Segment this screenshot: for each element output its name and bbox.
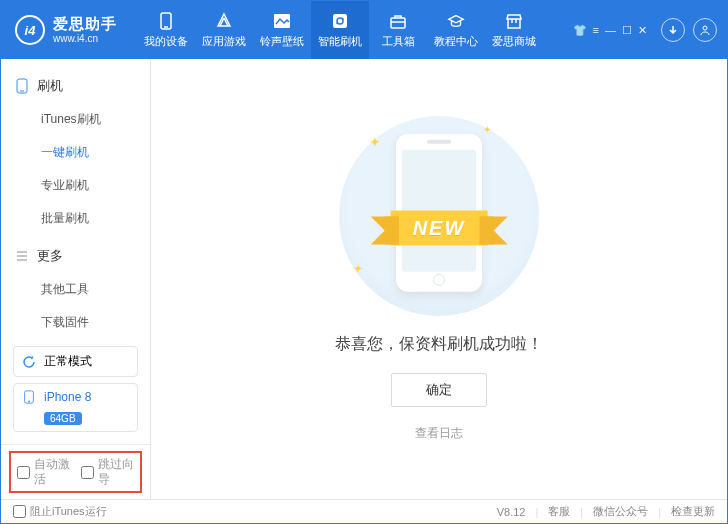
block-itunes-label: 阻止iTunes运行 — [30, 504, 107, 519]
sidebar-group-flash: 刷机 iTunes刷机 一键刷机 专业刷机 批量刷机 — [1, 69, 150, 235]
wechat-link[interactable]: 微信公众号 — [593, 504, 648, 519]
tshirt-icon[interactable]: 👕 — [573, 24, 587, 37]
nav-mall[interactable]: 爱思商城 — [485, 1, 543, 59]
device-status[interactable]: iPhone 8 64GB — [13, 383, 138, 432]
sidebar-item-pro[interactable]: 专业刷机 — [1, 169, 150, 202]
nav-ringtone[interactable]: 铃声壁纸 — [253, 1, 311, 59]
nav-apps[interactable]: 应用游戏 — [195, 1, 253, 59]
apps-icon — [215, 12, 233, 30]
close-button[interactable]: ✕ — [638, 24, 647, 37]
device-name: iPhone 8 — [44, 390, 91, 404]
user-icon — [699, 24, 711, 36]
nav-label: 我的设备 — [144, 34, 188, 49]
new-ribbon: NEW — [391, 211, 488, 246]
graduation-icon — [447, 12, 465, 30]
mode-label: 正常模式 — [44, 353, 92, 370]
phone-icon — [157, 12, 175, 30]
sidebar: 刷机 iTunes刷机 一键刷机 专业刷机 批量刷机 更多 其 — [1, 59, 151, 499]
download-button[interactable] — [661, 18, 685, 42]
sidebar-item-itunes[interactable]: iTunes刷机 — [1, 103, 150, 136]
support-link[interactable]: 客服 — [548, 504, 570, 519]
footer: 阻止iTunes运行 V8.12 | 客服 | 微信公众号 | 检查更新 — [1, 499, 727, 523]
svg-rect-3 — [333, 14, 347, 28]
version-label: V8.12 — [497, 506, 526, 518]
refresh-icon — [22, 355, 36, 369]
top-nav: 我的设备 应用游戏 铃声壁纸 智能刷机 工具箱 教程中心 — [137, 1, 543, 59]
brand-text: 爱思助手 www.i4.cn — [53, 16, 117, 44]
brand-url: www.i4.cn — [53, 33, 117, 44]
svg-point-12 — [28, 401, 30, 403]
auto-activate-label: 自动激活 — [34, 457, 71, 487]
group-title: 更多 — [37, 247, 63, 265]
user-button[interactable] — [693, 18, 717, 42]
nav-label: 应用游戏 — [202, 34, 246, 49]
brand-name: 爱思助手 — [53, 16, 117, 33]
sidebar-group-more: 更多 其他工具 下载固件 高级功能 — [1, 239, 150, 340]
nav-label: 教程中心 — [434, 34, 478, 49]
sidebar-item-oneclick[interactable]: 一键刷机 — [1, 136, 150, 169]
auto-activate-checkbox[interactable]: 自动激活 — [17, 457, 71, 487]
phone-outline-icon — [15, 78, 29, 94]
skip-guide-checkbox[interactable]: 跳过向导 — [81, 457, 135, 487]
mode-status[interactable]: 正常模式 — [13, 346, 138, 377]
nav-tutorial[interactable]: 教程中心 — [427, 1, 485, 59]
group-title: 刷机 — [37, 77, 63, 95]
refresh-icon — [331, 12, 349, 30]
maximize-button[interactable]: ☐ — [622, 24, 632, 37]
brand: i4 爱思助手 www.i4.cn — [15, 15, 117, 45]
download-icon — [667, 24, 679, 36]
window-controls: 👕 ≡ — ☐ ✕ — [573, 18, 717, 42]
ribbon-text: NEW — [391, 211, 488, 246]
star-icon: ✦ — [353, 262, 363, 276]
main-panel: ✦ ✦ ✦ NEW 恭喜您，保资料刷机成功啦！ 确定 查看日志 — [151, 59, 727, 499]
nav-label: 智能刷机 — [318, 34, 362, 49]
nav-tools[interactable]: 工具箱 — [369, 1, 427, 59]
ok-button[interactable]: 确定 — [391, 373, 487, 407]
store-icon — [505, 12, 523, 30]
sidebar-item-batch[interactable]: 批量刷机 — [1, 202, 150, 235]
storage-badge: 64GB — [44, 412, 82, 425]
nav-label: 铃声壁纸 — [260, 34, 304, 49]
skip-guide-label: 跳过向导 — [98, 457, 135, 487]
menu-icon[interactable]: ≡ — [593, 24, 599, 37]
image-icon — [273, 12, 291, 30]
phone-icon — [22, 390, 36, 404]
nav-label: 爱思商城 — [492, 34, 536, 49]
sidebar-status: 正常模式 iPhone 8 64GB — [1, 340, 150, 444]
nav-label: 工具箱 — [382, 34, 415, 49]
app-window: i4 爱思助手 www.i4.cn 我的设备 应用游戏 铃声壁纸 智能刷机 — [0, 0, 728, 524]
svg-point-5 — [703, 26, 707, 30]
titlebar: i4 爱思助手 www.i4.cn 我的设备 应用游戏 铃声壁纸 智能刷机 — [1, 1, 727, 59]
list-icon — [15, 249, 29, 263]
success-illustration: ✦ ✦ ✦ NEW — [339, 116, 539, 316]
sidebar-item-other[interactable]: 其他工具 — [1, 273, 150, 306]
svg-rect-4 — [391, 18, 405, 28]
view-log-link[interactable]: 查看日志 — [415, 425, 463, 442]
nav-flash[interactable]: 智能刷机 — [311, 1, 369, 59]
content-body: 刷机 iTunes刷机 一键刷机 专业刷机 批量刷机 更多 其 — [1, 59, 727, 499]
sidebar-option-checks: 自动激活 跳过向导 — [1, 444, 150, 499]
star-icon: ✦ — [369, 134, 381, 150]
sidebar-item-firmware[interactable]: 下载固件 — [1, 306, 150, 339]
check-update-link[interactable]: 检查更新 — [671, 504, 715, 519]
highlight-box: 自动激活 跳过向导 — [9, 451, 142, 493]
star-icon: ✦ — [483, 124, 491, 135]
success-message: 恭喜您，保资料刷机成功啦！ — [335, 334, 543, 355]
logo-icon: i4 — [15, 15, 45, 45]
block-itunes-checkbox[interactable]: 阻止iTunes运行 — [13, 504, 107, 519]
minimize-button[interactable]: — — [605, 24, 616, 37]
toolbox-icon — [389, 12, 407, 30]
nav-device[interactable]: 我的设备 — [137, 1, 195, 59]
